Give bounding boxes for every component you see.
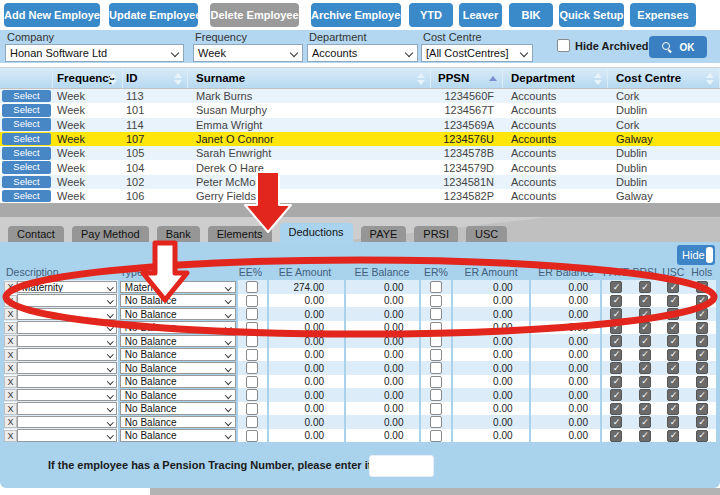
ee-balance-value[interactable]: 0.00 <box>384 309 403 320</box>
table-row[interactable]: Select Week 114 Emma Wright 1234569A Acc… <box>0 118 720 132</box>
clear-row-button[interactable]: X <box>4 308 17 320</box>
column-header-cost-centre[interactable]: Cost Centre <box>608 68 720 88</box>
ee-balance-value[interactable]: 0.00 <box>384 430 403 441</box>
er-amount-value[interactable]: 0.00 <box>493 430 512 441</box>
description-select[interactable] <box>17 389 117 402</box>
paye-checkbox[interactable] <box>610 295 622 307</box>
ee-amount-value[interactable]: 0.00 <box>305 403 324 414</box>
ee-amount-value[interactable]: 0.00 <box>305 336 324 347</box>
er-amount-value[interactable]: 0.00 <box>493 376 512 387</box>
er-balance-value[interactable]: 0.00 <box>569 295 588 306</box>
ee-balance-value[interactable]: 0.00 <box>384 349 403 360</box>
toolbar-button-expenses[interactable]: Expenses <box>630 3 696 27</box>
clear-row-button[interactable]: X <box>4 335 17 347</box>
column-header-ppsn[interactable]: PPSN <box>431 68 503 88</box>
usc-checkbox[interactable] <box>667 376 679 388</box>
clear-row-button[interactable]: X <box>4 362 17 374</box>
description-select[interactable] <box>17 348 117 361</box>
hols-checkbox[interactable] <box>696 376 708 388</box>
hols-checkbox[interactable] <box>696 322 708 334</box>
paye-checkbox[interactable] <box>610 322 622 334</box>
usc-checkbox[interactable] <box>667 349 679 361</box>
paye-checkbox[interactable] <box>610 376 622 388</box>
ee-amount-value[interactable]: 0.00 <box>305 363 324 374</box>
toolbar-button-delete-employee[interactable]: Delete Employee <box>210 3 299 27</box>
type-select[interactable]: No Balance <box>120 375 236 388</box>
paye-checkbox[interactable] <box>610 281 622 293</box>
prsi-checkbox[interactable] <box>639 322 651 334</box>
ee-pct-checkbox[interactable] <box>246 335 258 347</box>
clear-row-button[interactable]: X <box>4 349 17 361</box>
prsi-checkbox[interactable] <box>639 295 651 307</box>
ee-pct-checkbox[interactable] <box>246 389 258 401</box>
prsi-checkbox[interactable] <box>639 416 651 428</box>
paye-checkbox[interactable] <box>610 416 622 428</box>
column-header-id[interactable]: ID <box>123 68 188 88</box>
usc-checkbox[interactable] <box>667 281 679 293</box>
select-button[interactable]: Select <box>2 161 51 174</box>
clear-row-button[interactable]: X <box>4 430 17 442</box>
paye-checkbox[interactable] <box>610 362 622 374</box>
prsi-checkbox[interactable] <box>639 335 651 347</box>
er-amount-value[interactable]: 0.00 <box>493 336 512 347</box>
prsi-checkbox[interactable] <box>639 281 651 293</box>
pension-tracing-input[interactable] <box>369 455 434 477</box>
hols-checkbox[interactable] <box>696 281 708 293</box>
prsi-checkbox[interactable] <box>639 389 651 401</box>
toolbar-button-quick-setup[interactable]: Quick Setup <box>559 3 624 27</box>
paye-checkbox[interactable] <box>610 349 622 361</box>
type-select[interactable]: No Balance <box>120 389 236 402</box>
er-balance-value[interactable]: 0.00 <box>569 322 588 333</box>
description-select[interactable] <box>17 362 117 375</box>
ee-pct-checkbox[interactable] <box>246 430 258 442</box>
ee-balance-value[interactable]: 0.00 <box>384 295 403 306</box>
select-button[interactable]: Select <box>2 118 51 131</box>
select-button[interactable]: Select <box>2 147 51 160</box>
er-amount-value[interactable]: 0.00 <box>493 309 512 320</box>
tab-elements[interactable]: Elements <box>208 226 272 242</box>
type-select[interactable]: No Balance <box>120 429 236 442</box>
usc-checkbox[interactable] <box>667 403 679 415</box>
tab-bank[interactable]: Bank <box>157 226 200 242</box>
hide-panel-button[interactable]: Hide <box>677 245 715 265</box>
company-select[interactable]: Honan Software Ltd <box>5 44 184 62</box>
usc-checkbox[interactable] <box>667 295 679 307</box>
prsi-checkbox[interactable] <box>639 349 651 361</box>
er-balance-value[interactable]: 0.00 <box>569 336 588 347</box>
er-balance-value[interactable]: 0.00 <box>569 282 588 293</box>
select-button[interactable]: Select <box>2 190 51 203</box>
paye-checkbox[interactable] <box>610 389 622 401</box>
tab-contact[interactable]: Contact <box>8 226 64 242</box>
ee-balance-value[interactable]: 0.00 <box>384 390 403 401</box>
usc-checkbox[interactable] <box>667 362 679 374</box>
description-select[interactable] <box>17 335 117 348</box>
type-select[interactable]: No Balance <box>120 308 236 321</box>
er-balance-value[interactable]: 0.00 <box>569 403 588 414</box>
hide-archived-checkbox[interactable] <box>557 39 570 52</box>
er-pct-checkbox[interactable] <box>430 322 442 334</box>
prsi-checkbox[interactable] <box>639 376 651 388</box>
tab-paye[interactable]: PAYE <box>361 226 407 242</box>
cost-centre-select[interactable]: [All CostCentres] <box>421 44 533 62</box>
usc-checkbox[interactable] <box>667 322 679 334</box>
ee-pct-checkbox[interactable] <box>246 403 258 415</box>
er-amount-value[interactable]: 0.00 <box>493 295 512 306</box>
ee-pct-checkbox[interactable] <box>246 376 258 388</box>
ee-balance-value[interactable]: 0.00 <box>384 376 403 387</box>
ee-balance-value[interactable]: 0.00 <box>384 403 403 414</box>
paye-checkbox[interactable] <box>610 335 622 347</box>
ee-balance-value[interactable]: 0.00 <box>384 417 403 428</box>
description-select[interactable] <box>17 429 117 442</box>
table-row[interactable]: Select Week 107 Janet O Connor 1234576U … <box>0 132 720 146</box>
clear-row-button[interactable]: X <box>4 322 17 334</box>
table-row[interactable]: Select Week 104 Derek O Hare 1234579D Ac… <box>0 160 720 174</box>
ee-amount-value[interactable]: 0.00 <box>305 295 324 306</box>
search-ok-button[interactable]: OK <box>649 36 707 58</box>
hols-checkbox[interactable] <box>696 416 708 428</box>
type-select[interactable]: No Balance <box>120 362 236 375</box>
usc-checkbox[interactable] <box>667 335 679 347</box>
ee-pct-checkbox[interactable] <box>246 416 258 428</box>
description-select[interactable] <box>17 308 117 321</box>
tab-pay-method[interactable]: Pay Method <box>72 226 149 242</box>
select-button[interactable]: Select <box>2 176 51 189</box>
